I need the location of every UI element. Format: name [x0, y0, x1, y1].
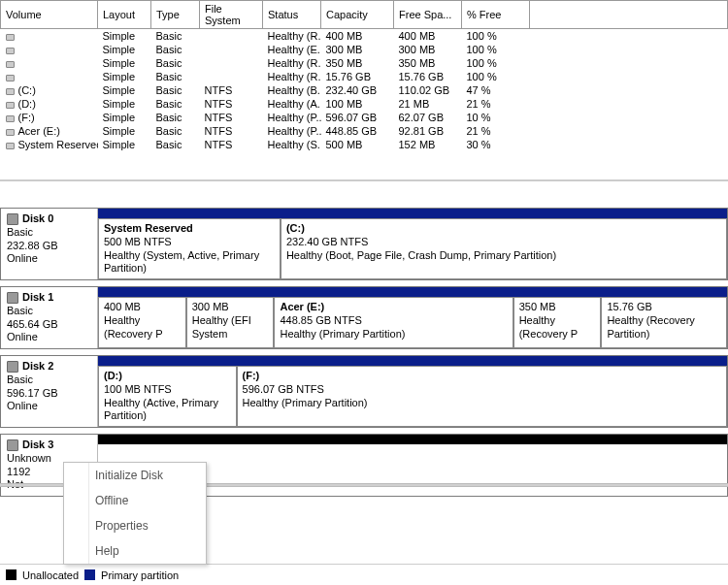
volume-row[interactable]: (D:)SimpleBasicNTFSHealthy (A...100 MB21… [1, 97, 728, 111]
partition[interactable]: 300 MBHealthy (EFI System [186, 297, 275, 348]
column-header[interactable]: Volume [1, 1, 98, 29]
volume-cell: Basic [151, 111, 200, 124]
volume-cell: Healthy (E... [263, 43, 321, 56]
volume-cell: Healthy (R... [263, 56, 321, 70]
volume-icon [6, 34, 15, 41]
volume-row[interactable]: System ReservedSimpleBasicNTFSHealthy (S… [1, 138, 728, 151]
disk-icon [7, 213, 18, 225]
volume-cell: Basic [151, 70, 200, 83]
partition[interactable]: Acer (E:)448.85 GB NTFSHealthy (Primary … [274, 297, 513, 348]
volume-cell: Simple [98, 124, 151, 138]
volume-cell [1, 70, 98, 83]
volume-cell: 30 % [462, 138, 530, 151]
disk-header[interactable]: Disk 2Basic596.17 GBOnline [1, 356, 98, 427]
volume-icon [6, 143, 15, 149]
volume-cell: 100 MB [321, 97, 394, 111]
volume-cell [200, 56, 263, 70]
volume-icon [6, 75, 15, 81]
primary-swatch [84, 569, 95, 580]
volume-icon [6, 115, 15, 122]
column-header[interactable]: % Free [462, 1, 530, 29]
volume-cell: 500 MB [321, 138, 394, 151]
column-header[interactable]: Layout [98, 1, 151, 29]
volume-cell: Simple [98, 138, 151, 151]
volume-cell: Healthy (A... [263, 97, 321, 111]
volume-cell: Simple [98, 97, 151, 111]
volume-cell: 21 % [462, 97, 530, 111]
partition[interactable]: 400 MBHealthy (Recovery P [98, 297, 186, 348]
legend: Unallocated Primary partition [0, 564, 728, 585]
volume-cell: (D:) [1, 97, 98, 111]
volume-cell: NTFS [200, 83, 263, 97]
disk-row[interactable]: Disk 0Basic232.88 GBOnlineSystem Reserve… [0, 208, 728, 280]
column-header[interactable]: Status [263, 1, 321, 29]
volume-cell: Basic [151, 124, 200, 138]
volume-cell: 152 MB [394, 138, 462, 151]
context-menu-item[interactable]: Offline [64, 488, 206, 513]
volume-cell: Healthy (R... [263, 29, 321, 44]
volume-cell: 448.85 GB [321, 124, 394, 138]
volume-cell: 62.07 GB [394, 111, 462, 124]
disk-row[interactable]: Disk 2Basic596.17 GBOnline(D:)100 MB NTF… [0, 355, 728, 428]
disk-map: (D:)100 MB NTFSHealthy (Active, Primary … [98, 356, 727, 427]
volume-cell: 350 MB [321, 56, 394, 70]
volume-cell: System Reserved [1, 138, 98, 151]
volume-cell: 100 % [462, 29, 530, 44]
volume-cell [1, 56, 98, 70]
partition[interactable]: (F:)596.07 GB NTFSHealthy (Primary Parti… [237, 366, 727, 427]
volume-cell: Simple [98, 70, 151, 83]
volume-cell: Basic [151, 43, 200, 56]
disk-map: 400 MBHealthy (Recovery P300 MBHealthy (… [98, 287, 727, 348]
volume-cell: Basic [151, 83, 200, 97]
volume-cell: 10 % [462, 111, 530, 124]
volume-cell: NTFS [200, 111, 263, 124]
volume-row[interactable]: SimpleBasicHealthy (E...300 MB300 MB100 … [1, 43, 728, 56]
context-menu-item[interactable]: Properties [64, 513, 206, 538]
volume-cell: Healthy (S... [263, 138, 321, 151]
partition[interactable]: (D:)100 MB NTFSHealthy (Active, Primary … [98, 366, 237, 427]
column-header[interactable]: File System [200, 1, 263, 29]
disk-context-menu[interactable]: Initialize DiskOfflinePropertiesHelp [63, 462, 207, 565]
volume-cell: 596.07 GB [321, 111, 394, 124]
volume-cell: Basic [151, 138, 200, 151]
volume-cell: Simple [98, 29, 151, 44]
volume-row[interactable]: Acer (E:)SimpleBasicNTFSHealthy (P...448… [1, 124, 728, 138]
column-header[interactable]: Type [151, 1, 200, 29]
disk-header[interactable]: Disk 1Basic465.64 GBOnline [1, 287, 98, 348]
volume-cell: 110.02 GB [394, 83, 462, 97]
volume-cell: Basic [151, 29, 200, 44]
volume-cell: Simple [98, 111, 151, 124]
volume-row[interactable]: (F:)SimpleBasicNTFSHealthy (P...596.07 G… [1, 111, 728, 124]
volume-cell: Healthy (P... [263, 124, 321, 138]
unallocated-stripe[interactable] [98, 435, 727, 444]
disk-header[interactable]: Disk 0Basic232.88 GBOnline [1, 209, 98, 279]
volume-row[interactable]: SimpleBasicHealthy (R...350 MB350 MB100 … [1, 56, 728, 70]
column-header[interactable]: Capacity [321, 1, 394, 29]
volume-icon [6, 129, 15, 136]
partition[interactable]: 350 MBHealthy (Recovery P [513, 297, 602, 348]
volume-row[interactable]: SimpleBasicHealthy (R...400 MB400 MB100 … [1, 29, 728, 44]
volume-cell: 92.81 GB [394, 124, 462, 138]
column-header[interactable]: Free Spa... [394, 1, 462, 29]
volume-cell: 100 % [462, 43, 530, 56]
context-menu-item[interactable]: Help [64, 538, 206, 564]
volume-cell: 100 % [462, 70, 530, 83]
volume-cell: 232.40 GB [321, 83, 394, 97]
volume-row[interactable]: SimpleBasicHealthy (R...15.76 GB15.76 GB… [1, 70, 728, 83]
volume-cell: NTFS [200, 124, 263, 138]
volume-cell: Simple [98, 56, 151, 70]
volume-icon [6, 102, 15, 109]
volume-cell: (C:) [1, 83, 98, 97]
context-menu-item[interactable]: Initialize Disk [64, 463, 206, 488]
disk-map: System Reserved500 MB NTFSHealthy (Syste… [98, 209, 727, 279]
volume-cell: NTFS [200, 97, 263, 111]
disk-icon [7, 292, 18, 304]
partition[interactable]: (C:)232.40 GB NTFSHealthy (Boot, Page Fi… [281, 218, 727, 279]
volume-row[interactable]: (C:)SimpleBasicNTFSHealthy (B...232.40 G… [1, 83, 728, 97]
volume-table[interactable]: VolumeLayoutTypeFile SystemStatusCapacit… [0, 0, 728, 151]
partition[interactable]: System Reserved500 MB NTFSHealthy (Syste… [98, 218, 281, 279]
volume-cell: Acer (E:) [1, 124, 98, 138]
volume-cell: Basic [151, 56, 200, 70]
partition[interactable]: 15.76 GBHealthy (Recovery Partition) [601, 297, 727, 348]
disk-row[interactable]: Disk 1Basic465.64 GBOnline400 MBHealthy … [0, 286, 728, 349]
